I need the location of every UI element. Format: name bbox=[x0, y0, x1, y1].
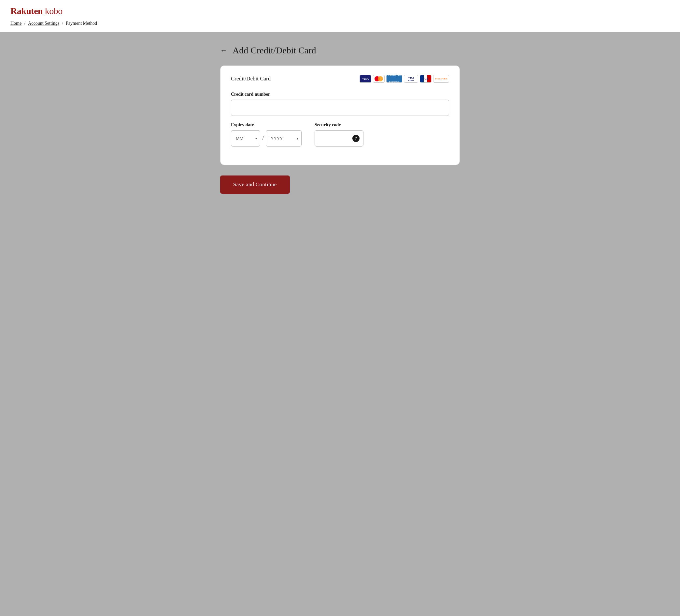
security-group: Security code ? bbox=[315, 122, 364, 147]
visa-debit-icon: VISA DEBIT bbox=[404, 75, 418, 83]
logo: Rakuten kobo bbox=[10, 6, 670, 16]
card-number-input[interactable] bbox=[231, 99, 449, 116]
jcb-icon: JCB bbox=[420, 75, 431, 83]
card-panel-header: Credit/Debit Card VISA AMERICANEXPRESS V… bbox=[231, 75, 449, 83]
expiry-selects: MM 010203 040506 070809 101112 ▾ / YYYY … bbox=[231, 130, 302, 147]
back-arrow-button[interactable]: ← bbox=[220, 47, 227, 54]
logo-kobo: kobo bbox=[45, 6, 62, 16]
breadcrumb-sep-1: / bbox=[24, 21, 25, 26]
page-title: Add Credit/Debit Card bbox=[232, 45, 316, 56]
breadcrumb-home[interactable]: Home bbox=[10, 21, 22, 26]
expiry-group: Expiry date MM 010203 040506 070809 1011… bbox=[231, 122, 302, 147]
year-select[interactable]: YYYY 202420252026 202720282029 203020312… bbox=[266, 130, 302, 147]
logo-rakuten: Rakuten bbox=[10, 6, 42, 16]
security-label: Security code bbox=[315, 122, 364, 128]
save-continue-button[interactable]: Save and Continue bbox=[220, 175, 290, 194]
card-icons: VISA AMERICANEXPRESS VISA DEBIT JCB bbox=[360, 75, 449, 83]
breadcrumb-current: Payment Method bbox=[66, 21, 97, 26]
expiry-security-row: Expiry date MM 010203 040506 070809 1011… bbox=[231, 122, 449, 153]
card-number-group: Credit card number bbox=[231, 92, 449, 116]
expiry-label: Expiry date bbox=[231, 122, 302, 128]
mastercard-icon bbox=[373, 75, 385, 83]
security-help-icon[interactable]: ? bbox=[352, 135, 360, 142]
breadcrumb: Home / Account Settings / Payment Method bbox=[10, 21, 670, 27]
month-select[interactable]: MM 010203 040506 070809 101112 bbox=[231, 130, 260, 147]
card-panel-title: Credit/Debit Card bbox=[231, 76, 271, 82]
amex-icon: AMERICANEXPRESS bbox=[386, 75, 402, 83]
main-content: ← Add Credit/Debit Card Credit/Debit Car… bbox=[210, 32, 470, 207]
breadcrumb-account-settings[interactable]: Account Settings bbox=[28, 21, 59, 26]
breadcrumb-sep-2: / bbox=[62, 21, 63, 26]
page-title-row: ← Add Credit/Debit Card bbox=[220, 45, 460, 56]
visa-icon: VISA bbox=[360, 75, 371, 83]
card-number-label: Credit card number bbox=[231, 92, 449, 97]
security-input-wrapper: ? bbox=[315, 130, 364, 147]
year-select-wrapper: YYYY 202420252026 202720282029 203020312… bbox=[266, 130, 302, 147]
header: Rakuten kobo Home / Account Settings / P… bbox=[0, 0, 680, 32]
discover-icon: DISCOVER bbox=[433, 75, 449, 83]
date-separator: / bbox=[262, 130, 264, 147]
card-panel: Credit/Debit Card VISA AMERICANEXPRESS V… bbox=[220, 65, 460, 165]
month-select-wrapper: MM 010203 040506 070809 101112 ▾ bbox=[231, 130, 260, 147]
